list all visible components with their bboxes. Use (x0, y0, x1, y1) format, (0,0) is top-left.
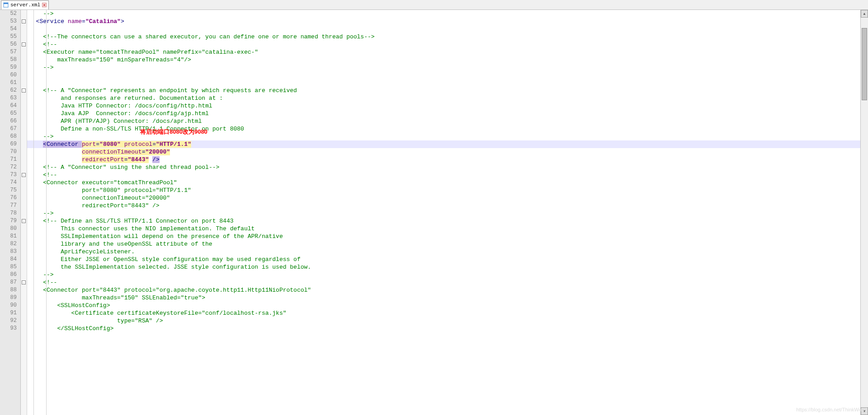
code-line[interactable]: and responses are returned. Documentatio… (27, 94, 860, 102)
code-line[interactable]: <Executor name="tomcatThreadPool" namePr… (27, 48, 860, 56)
code-line[interactable]: <!-- (27, 171, 860, 179)
code-line[interactable]: connectionTimeout="20000" (27, 194, 860, 202)
code-line[interactable]: APR (HTTP/AJP) Connector: /docs/apr.html (27, 117, 860, 125)
line-number: 90 (0, 302, 17, 309)
file-tab[interactable]: server.xml ✕ (1, 0, 49, 9)
code-line[interactable]: --> (27, 210, 860, 217)
line-number: 61 (0, 79, 17, 87)
line-number: 66 (0, 117, 17, 125)
code-line[interactable]: <!--The connectors can use a shared exec… (27, 33, 860, 41)
code-line[interactable]: maxThreads="150" SSLEnabled="true"> (27, 294, 860, 302)
code-line[interactable]: --> (27, 10, 860, 18)
code-line[interactable] (27, 25, 860, 33)
close-icon[interactable]: ✕ (42, 3, 47, 7)
line-number: 58 (0, 56, 17, 64)
line-number: 52 (0, 10, 17, 18)
code-line[interactable]: <Connector port="8080" protocol="HTTP/1.… (27, 140, 860, 148)
line-number: 89 (0, 294, 17, 302)
code-line[interactable]: --> (27, 271, 860, 279)
line-number: 93 (0, 325, 17, 332)
code-line[interactable]: </SSLHostConfig> (27, 325, 860, 332)
line-number: 76 (0, 194, 17, 202)
watermark: https://blog.csdn.net/ThinkWon (796, 407, 864, 412)
code-line[interactable]: Either JSSE or OpenSSL style configurati… (27, 256, 860, 263)
line-number: 53 (0, 18, 17, 25)
line-number: 73 (0, 171, 17, 179)
line-number: 78 (0, 210, 17, 217)
line-number: 87 (0, 279, 17, 286)
line-number: 57 (0, 48, 17, 56)
line-number: 56 (0, 41, 17, 48)
code-line[interactable]: Java HTTP Connector: /docs/config/http.h… (27, 102, 860, 110)
line-number: 82 (0, 240, 17, 248)
code-line[interactable]: <Certificate certificateKeystoreFile="co… (27, 309, 860, 317)
svg-rect-1 (4, 3, 8, 4)
line-number: 80 (0, 225, 17, 233)
code-line[interactable]: SSLImplementation will depend on the pre… (27, 233, 860, 240)
code-line[interactable]: This connector uses the NIO implementati… (27, 225, 860, 233)
line-number: 84 (0, 256, 17, 263)
code-line[interactable]: <!-- Define an SSL/TLS HTTP/1.1 Connecto… (27, 217, 860, 225)
fold-column: ------ (21, 10, 27, 415)
line-number: 91 (0, 309, 17, 317)
line-number: 83 (0, 248, 17, 256)
code-line[interactable]: Java AJP Connector: /docs/config/ajp.htm… (27, 110, 860, 117)
code-area: 5253545556575859606162636465666768697071… (0, 10, 868, 415)
line-number: 69 (0, 140, 17, 148)
code-line[interactable]: library and the useOpenSSL attribute of … (27, 240, 860, 248)
line-number: 88 (0, 286, 17, 294)
code-line[interactable]: port="8080" protocol="HTTP/1.1" (27, 187, 860, 194)
code-line[interactable]: connectionTimeout="20000" (27, 148, 860, 156)
line-number: 92 (0, 317, 17, 325)
line-number: 60 (0, 71, 17, 79)
tab-bar: server.xml ✕ (0, 0, 868, 10)
line-number: 62 (0, 87, 17, 94)
fold-toggle[interactable]: - (22, 19, 26, 23)
line-number: 54 (0, 25, 17, 33)
annotation-text: 将启动端口8080改为9080 (140, 128, 208, 136)
line-number: 72 (0, 163, 17, 171)
code-line[interactable]: <!-- (27, 41, 860, 48)
code-line[interactable]: <Service name="Catalina"> (27, 18, 860, 25)
code-line[interactable]: <!-- (27, 279, 860, 286)
code-line[interactable]: <Connector executor="tomcatThreadPool" (27, 179, 860, 187)
line-number: 85 (0, 263, 17, 271)
line-number: 64 (0, 102, 17, 110)
fold-toggle[interactable]: - (22, 173, 26, 177)
line-number: 77 (0, 202, 17, 210)
line-number: 70 (0, 148, 17, 156)
code-line[interactable]: --> (27, 64, 860, 71)
line-number-gutter: 5253545556575859606162636465666768697071… (0, 10, 21, 415)
code-line[interactable]: <Connector port="8443" protocol="org.apa… (27, 286, 860, 294)
line-number: 55 (0, 33, 17, 41)
tab-filename: server.xml (10, 2, 40, 8)
xml-file-icon (3, 2, 9, 8)
fold-toggle[interactable]: - (22, 219, 26, 223)
scroll-up-button[interactable]: ▲ (861, 10, 868, 18)
fold-toggle[interactable]: - (22, 42, 26, 47)
line-number: 71 (0, 156, 17, 163)
code-body[interactable]: --> <Service name="Catalina"> <!--The co… (27, 10, 860, 415)
line-number: 75 (0, 187, 17, 194)
code-line[interactable]: AprLifecycleListener. (27, 248, 860, 256)
line-number: 86 (0, 271, 17, 279)
line-number: 67 (0, 125, 17, 133)
code-line[interactable]: redirectPort="8443" /> (27, 156, 860, 163)
line-number: 63 (0, 94, 17, 102)
code-line[interactable]: redirectPort="8443" /> (27, 202, 860, 210)
code-line[interactable]: <!-- A "Connector" represents an endpoin… (27, 87, 860, 94)
code-line[interactable]: the SSLImplementation selected. JSSE sty… (27, 263, 860, 271)
code-line[interactable]: <!-- A "Connector" using the shared thre… (27, 163, 860, 171)
fold-toggle[interactable]: - (22, 280, 26, 284)
code-line[interactable]: type="RSA" /> (27, 317, 860, 325)
line-number: 79 (0, 217, 17, 225)
line-number: 65 (0, 110, 17, 117)
scroll-thumb[interactable] (862, 28, 867, 100)
code-line[interactable] (27, 79, 860, 87)
code-line[interactable] (27, 71, 860, 79)
fold-toggle[interactable]: - (22, 89, 26, 93)
line-number: 74 (0, 179, 17, 187)
code-line[interactable]: <SSLHostConfig> (27, 302, 860, 309)
code-line[interactable]: maxThreads="150" minSpareThreads="4"/> (27, 56, 860, 64)
vertical-scrollbar[interactable]: ▲ ▼ (860, 10, 868, 415)
